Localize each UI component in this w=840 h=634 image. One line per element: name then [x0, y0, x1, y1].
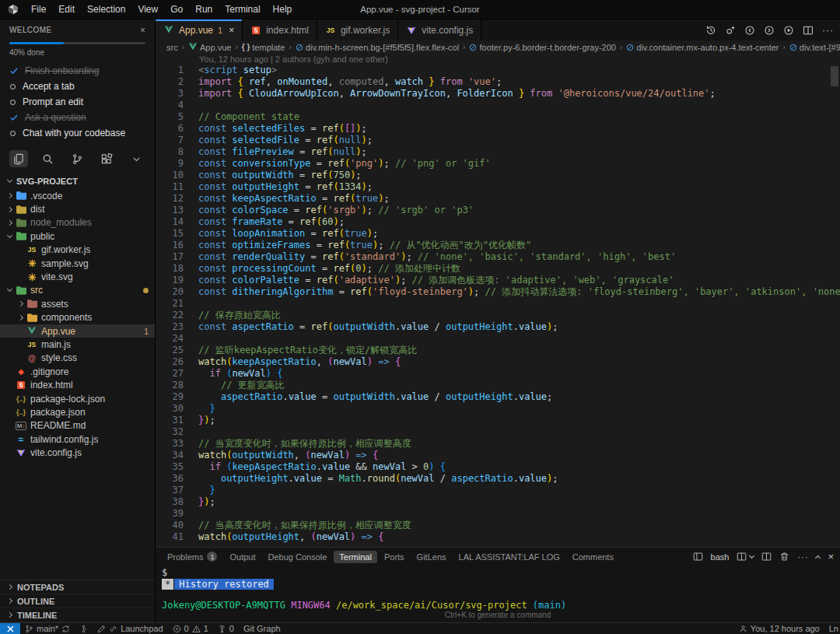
- close-panel-icon[interactable]: ×: [828, 551, 834, 562]
- checklist-item[interactable]: Ask a question: [9, 110, 145, 125]
- menu-edit[interactable]: Edit: [52, 2, 81, 17]
- more-actions-icon[interactable]: ···: [822, 25, 834, 36]
- menu-help[interactable]: Help: [267, 2, 299, 17]
- tree-item-README.md[interactable]: M↓README.md: [0, 419, 155, 433]
- checklist-item[interactable]: Chat with your codebase: [9, 125, 145, 141]
- problems-status[interactable]: 0 1: [168, 623, 213, 634]
- new-terminal-icon[interactable]: [737, 552, 754, 562]
- tree-item-App.vue[interactable]: App.vue1: [0, 324, 155, 338]
- breadcrumb-item[interactable]: src: [166, 43, 178, 52]
- close-tab-icon[interactable]: ×: [229, 25, 234, 36]
- chevron-down-icon: [7, 233, 12, 238]
- branch-status[interactable]: main*: [20, 623, 75, 634]
- tree-item-package-lock.json[interactable]: {..}package-lock.json: [0, 392, 155, 405]
- panel-tab-terminal[interactable]: Terminal: [334, 551, 377, 563]
- kill-terminal-icon[interactable]: [779, 552, 789, 562]
- git-graph-button[interactable]: Git Graph: [239, 623, 285, 634]
- terminal-hint: Ctrl+K to generate a command: [156, 610, 840, 621]
- breadcrumb-item[interactable]: div.min-h-screen.bg-[#f5f5f5].flex.flex-…: [296, 42, 459, 52]
- nav-forward-icon[interactable]: [764, 25, 775, 36]
- tree-item-node_modules[interactable]: node_modules: [0, 216, 155, 229]
- breadcrumb-item[interactable]: { }template: [242, 42, 285, 52]
- tree-item-.gitignore[interactable]: ◆.gitignore: [0, 365, 155, 378]
- nav-back-icon[interactable]: [744, 25, 755, 36]
- panel-tab-comments[interactable]: Comments: [567, 551, 619, 563]
- tab-App.vue[interactable]: App.vue1×: [156, 19, 243, 40]
- sidebar-section-notepads[interactable]: NOTEPADS: [0, 580, 155, 594]
- tree-item-tailwind.config.js[interactable]: ≈tailwind.config.js: [0, 433, 155, 446]
- code-area[interactable]: 1<script setup>2import { ref, onMounted,…: [156, 65, 840, 547]
- tree-item-gif.worker.js[interactable]: JSgif.worker.js: [0, 243, 155, 257]
- project-name: SVG-PROJECT: [16, 177, 78, 186]
- search-icon[interactable]: [39, 150, 58, 167]
- code-line: 26watch(keepAspectRatio, (newVal) => {: [156, 356, 840, 368]
- menu-go[interactable]: Go: [164, 2, 189, 17]
- files-icon[interactable]: [9, 150, 28, 167]
- breadcrumb-item[interactable]: App.vue: [188, 42, 231, 52]
- breadcrumb-item[interactable]: div.text-[#999999: [789, 42, 840, 52]
- tree-item-public[interactable]: public: [0, 229, 155, 243]
- chevron-down-icon[interactable]: [128, 150, 146, 167]
- terminal-output[interactable]: $ *History restored Jokeny@DESKTOP-A9MQT…: [156, 566, 840, 622]
- checklist-item[interactable]: Prompt an edit: [9, 94, 145, 110]
- source-control-icon[interactable]: [68, 150, 87, 167]
- tree-item-sample.svg[interactable]: sample.svg: [0, 257, 155, 270]
- tab-vite.config.js[interactable]: vite.config.js: [398, 19, 481, 40]
- ai-sparkle-icon[interactable]: [725, 25, 736, 36]
- tree-item-vite.config.js[interactable]: vite.config.js: [0, 446, 155, 459]
- cursor-position-status[interactable]: Ln: [824, 624, 840, 633]
- panel-tab-debug-console[interactable]: Debug Console: [263, 551, 333, 563]
- extensions-icon[interactable]: [98, 150, 117, 167]
- split-terminal-icon[interactable]: [761, 552, 772, 562]
- code-line: 7const selectedFile = ref(null);: [156, 135, 840, 146]
- tree-item-components[interactable]: components: [0, 311, 155, 324]
- gitlens-status[interactable]: [75, 623, 93, 634]
- blame-status[interactable]: You, 12 hours ago: [734, 624, 824, 633]
- menu-file[interactable]: File: [25, 2, 52, 17]
- panel-tab-problems[interactable]: Problems1: [162, 550, 222, 563]
- close-icon[interactable]: ×: [140, 26, 145, 34]
- breadcrumb-item[interactable]: footer.py-6.border-t.border-gray-200: [469, 42, 615, 52]
- menu-terminal[interactable]: Terminal: [219, 2, 266, 17]
- folder-src-icon: [16, 285, 26, 296]
- checklist-item[interactable]: Accept a tab: [9, 79, 145, 94]
- tree-item-src[interactable]: src: [0, 284, 155, 297]
- tree-item-main.js[interactable]: JSmain.js: [0, 338, 155, 351]
- panel-tab-output[interactable]: Output: [224, 551, 261, 563]
- panel-tab-ports[interactable]: Ports: [379, 551, 410, 563]
- todo-circle-icon: [10, 100, 16, 105]
- line-number: 22: [156, 310, 184, 321]
- remote-indicator[interactable]: [0, 623, 20, 634]
- launchpad-button[interactable]: Launchpad: [93, 623, 167, 634]
- tab-index.html[interactable]: 5index.html: [243, 19, 317, 40]
- history-icon[interactable]: [705, 25, 716, 36]
- menu-view[interactable]: View: [131, 2, 164, 17]
- split-editor-icon[interactable]: [803, 25, 814, 36]
- explorer-root[interactable]: SVG-PROJECT: [0, 173, 155, 189]
- menu-selection[interactable]: Selection: [81, 2, 131, 17]
- tree-item-dist[interactable]: dist: [0, 202, 155, 215]
- ports-status[interactable]: 0: [213, 623, 239, 634]
- tree-item-.vscode[interactable]: .vscode: [0, 189, 155, 202]
- maximize-panel-icon[interactable]: [816, 552, 820, 562]
- menu-run[interactable]: Run: [189, 2, 219, 17]
- sidebar-section-timeline[interactable]: TIMELINE: [0, 608, 155, 622]
- element-icon: [469, 42, 477, 52]
- sidebar-section-outline[interactable]: OUTLINE: [0, 594, 155, 608]
- checklist-item[interactable]: Finish onboarding: [9, 63, 145, 79]
- shell-label[interactable]: bash: [711, 552, 730, 562]
- tree-item-assets[interactable]: assets: [0, 297, 155, 310]
- tree-item-style.css[interactable]: @style.css: [0, 352, 155, 365]
- tab-gif.worker.js[interactable]: JSgif.worker.js: [317, 19, 398, 40]
- panel-tab-gitlens[interactable]: GitLens: [411, 551, 452, 563]
- run-code-icon[interactable]: [783, 25, 794, 36]
- tree-item-vite.svg[interactable]: vite.svg: [0, 270, 155, 283]
- editor-scrollbar[interactable]: [831, 66, 838, 86]
- sidebar-sections: NOTEPADSOUTLINETIMELINE: [0, 580, 155, 622]
- tree-item-package.json[interactable]: {..}package.json: [0, 405, 155, 419]
- breadcrumb-item[interactable]: div.container.mx-auto.px-4.text-center: [626, 42, 779, 52]
- panel-tab-lal-assistant-laf-log[interactable]: LAL ASSISTANT:LAF LOG: [453, 551, 565, 563]
- code-line: 36 outputHeight.value = Math.round(newVa…: [156, 473, 840, 485]
- tree-item-index.html[interactable]: 5index.html: [0, 378, 155, 391]
- more-actions-icon[interactable]: ···: [797, 552, 808, 562]
